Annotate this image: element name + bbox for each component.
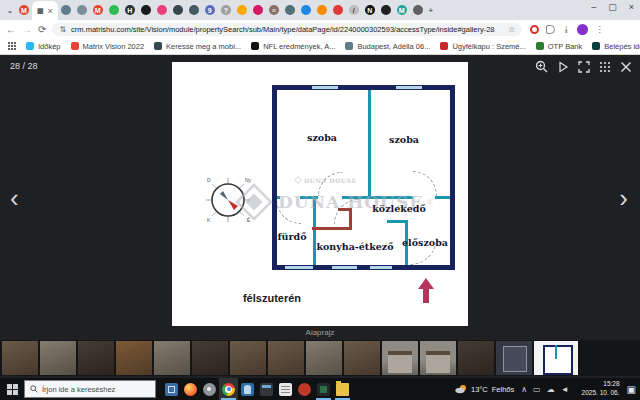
tab-pinned[interactable] <box>170 1 186 19</box>
taskbar-app-photos[interactable] <box>162 378 181 400</box>
tab-pinned[interactable]: N <box>362 1 378 19</box>
tab-pinned[interactable] <box>58 1 74 19</box>
site-settings-icon[interactable]: ⇅ <box>59 25 66 34</box>
bookmark-star-icon[interactable]: ☆ <box>508 25 515 34</box>
thumbnail[interactable] <box>420 341 456 375</box>
start-button[interactable] <box>0 378 24 400</box>
tab-pinned[interactable] <box>282 1 298 19</box>
tab-pinned[interactable] <box>378 1 394 19</box>
thumbnail[interactable] <box>382 341 418 375</box>
taskbar-app-gray[interactable] <box>200 378 219 400</box>
bookmark-item[interactable]: Budapest, Adélla 06... <box>345 42 430 51</box>
taskbar-app-folder[interactable] <box>333 378 352 400</box>
taskbar-app-firefox[interactable] <box>181 378 200 400</box>
taskbar-app-hand[interactable] <box>238 378 257 400</box>
taskbar-clock[interactable]: 15:28 2025. 10. 06. <box>582 380 620 398</box>
tab-pinned[interactable] <box>314 1 330 19</box>
address-bar[interactable]: ⇅ crm.matrishu.com/site/Vision/module/pr… <box>52 23 522 36</box>
taskbar-app-notepad[interactable] <box>276 378 295 400</box>
tab-close-icon[interactable]: × <box>48 6 53 16</box>
thumbnail[interactable] <box>496 341 532 375</box>
grid-view-icon[interactable] <box>599 61 611 73</box>
bookmark-item[interactable]: Keresse meg a mobi... <box>154 42 241 51</box>
thumbnail-selected[interactable] <box>534 341 578 375</box>
profile-avatar[interactable] <box>577 24 588 35</box>
tab-pinned[interactable] <box>330 1 346 19</box>
apps-grid-icon[interactable] <box>8 42 16 50</box>
taskbar-search-input[interactable]: Írjon ide a kereséshez <box>24 380 156 398</box>
thumbnail[interactable] <box>458 341 494 375</box>
floorplan-wall <box>272 85 277 270</box>
winapp-icon <box>317 383 330 396</box>
thumbnail[interactable] <box>78 341 114 375</box>
reload-button[interactable]: ⟳ <box>38 24 46 35</box>
extension-icon[interactable] <box>530 25 539 34</box>
thumbnail[interactable] <box>230 341 266 375</box>
taskbar-app-calc[interactable] <box>257 378 276 400</box>
tab-pinned[interactable]: H <box>122 1 138 19</box>
browser-menu-icon[interactable]: ⋮ <box>595 25 603 34</box>
prev-image-arrow[interactable]: ‹ <box>10 185 19 211</box>
tab-active[interactable]: ▦× <box>32 1 58 20</box>
bookmark-item[interactable]: NFL eredmények, A... <box>251 42 335 51</box>
bookmark-item[interactable]: Ügyfélkapu : Szemé... <box>440 42 525 51</box>
thumbnail[interactable] <box>192 341 228 375</box>
tab-pinned[interactable]: ⌄ <box>4 1 16 19</box>
thumbnail[interactable] <box>344 341 380 375</box>
thumbnail[interactable] <box>116 341 152 375</box>
tab-pinned[interactable]: ? <box>218 1 234 19</box>
extension-icon[interactable] <box>546 25 555 34</box>
tab-pinned[interactable] <box>154 1 170 19</box>
tab-pinned[interactable] <box>298 1 314 19</box>
action-center-icon[interactable]: ▣ <box>627 384 636 395</box>
monitor-icon[interactable]: ▭ <box>533 385 541 394</box>
bookmark-item[interactable]: Belépés ide: MVM-E... <box>592 42 640 51</box>
thumbnail[interactable] <box>268 341 304 375</box>
tab-pinned[interactable]: 9 <box>202 1 218 19</box>
back-button[interactable]: ← <box>6 24 16 35</box>
tab-favicon <box>253 5 263 15</box>
thumbnail[interactable] <box>154 341 190 375</box>
forward-button[interactable]: → <box>22 24 32 35</box>
tab-favicon <box>381 5 391 15</box>
bookmark-label: Belépés ide: MVM-E... <box>604 42 640 51</box>
speaker-icon[interactable]: ◄ <box>561 385 569 394</box>
maximize-button[interactable]: ▢ <box>608 2 617 12</box>
tab-pinned[interactable] <box>138 1 154 19</box>
weather-widget[interactable]: 13°C Felhős <box>455 384 514 394</box>
thumbnail[interactable] <box>2 341 38 375</box>
gallery-image-floorplan[interactable]: szoba szoba közlekedő fürdő konyha-étkez… <box>172 62 468 326</box>
tab-pinned[interactable]: M <box>90 1 106 19</box>
bookmark-label: Időkép <box>38 42 61 51</box>
slideshow-icon[interactable] <box>557 61 569 73</box>
bookmark-item[interactable]: Időkép <box>26 42 61 51</box>
taskbar-app-red[interactable] <box>295 378 314 400</box>
tab-pinned[interactable] <box>186 1 202 19</box>
chevron-up-icon[interactable]: ∧ <box>521 385 527 394</box>
next-image-arrow[interactable]: › <box>619 185 628 211</box>
thumbnail[interactable] <box>40 341 76 375</box>
tab-pinned[interactable]: M <box>16 1 32 19</box>
bookmark-item[interactable]: OTP Bank <box>536 42 582 51</box>
bookmark-item[interactable]: Matrix Vision 2022 <box>71 42 145 51</box>
close-window-button[interactable]: × <box>629 2 634 12</box>
tab-favicon: + <box>429 5 433 15</box>
taskbar-app-winapp[interactable] <box>314 378 333 400</box>
zoom-in-icon[interactable] <box>535 60 548 73</box>
tab-pinned[interactable] <box>106 1 122 19</box>
tab-pinned[interactable]: + <box>426 1 436 19</box>
downloads-icon[interactable]: ⭳ <box>562 25 570 34</box>
tab-pinned[interactable] <box>234 1 250 19</box>
close-gallery-icon[interactable] <box>620 61 632 73</box>
tab-pinned[interactable]: / <box>346 1 362 19</box>
tab-pinned[interactable] <box>74 1 90 19</box>
tab-pinned[interactable] <box>250 1 266 19</box>
tab-pinned[interactable]: ≡ <box>266 1 282 19</box>
tab-pinned[interactable]: M <box>394 1 410 19</box>
minimize-button[interactable]: – <box>591 2 596 12</box>
fullscreen-icon[interactable] <box>578 61 590 73</box>
thumbnail[interactable] <box>306 341 342 375</box>
onedrive-icon[interactable]: ☁ <box>547 385 555 394</box>
tab-pinned[interactable] <box>410 1 426 19</box>
taskbar-app-chrome[interactable] <box>219 378 238 400</box>
